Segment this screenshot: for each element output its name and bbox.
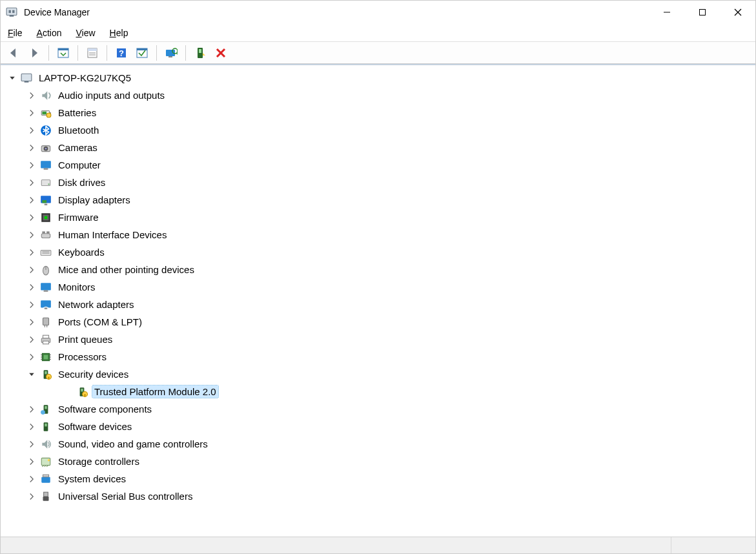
- tree-category-row[interactable]: Bluetooth: [3, 121, 753, 139]
- tree-category-row[interactable]: Computer: [3, 156, 753, 174]
- tree-category-label[interactable]: Monitors: [56, 281, 97, 293]
- expand-icon[interactable]: [26, 352, 37, 362]
- tree-category-label[interactable]: Batteries: [56, 107, 98, 119]
- toolbar-showhide-button[interactable]: [54, 44, 72, 62]
- menu-view[interactable]: View: [74, 26, 97, 40]
- tree-category-row[interactable]: Sound, video and game controllers: [3, 435, 753, 453]
- menu-action[interactable]: Action: [35, 26, 64, 40]
- tree-category-label[interactable]: Bluetooth: [56, 124, 101, 136]
- expand-icon[interactable]: [26, 334, 37, 345]
- tree-root-row[interactable]: LAPTOP-KG2U7KQ5: [3, 69, 753, 87]
- tree-category-row[interactable]: Ports (COM & LPT): [3, 313, 753, 331]
- tree-category-label[interactable]: Display adapters: [56, 194, 132, 206]
- collapse-icon[interactable]: [7, 73, 17, 83]
- collapse-icon[interactable]: [26, 369, 37, 380]
- tree-category-row[interactable]: Processors: [3, 348, 753, 365]
- toolbar-back-button[interactable]: [5, 44, 23, 62]
- hid-icon: [39, 229, 52, 241]
- svg-line-21: [176, 53, 178, 54]
- tree-category-label[interactable]: Ports (COM & LPT): [56, 316, 144, 328]
- tree-category-row[interactable]: Print queues: [3, 331, 753, 348]
- expand-icon[interactable]: [26, 160, 37, 170]
- tree-device-row[interactable]: Trusted Platform Module 2.0: [3, 383, 753, 400]
- tree-category-label[interactable]: Network adapters: [56, 298, 136, 311]
- tree-category-row[interactable]: Monitors: [3, 278, 753, 296]
- tree-category-row[interactable]: Firmware: [3, 209, 753, 226]
- tree-category-row[interactable]: Display adapters: [3, 191, 753, 209]
- tree-category-label[interactable]: Disk drives: [56, 176, 107, 189]
- tree-category-row[interactable]: Security devices: [3, 365, 753, 383]
- toolbar-scan-button[interactable]: [162, 44, 180, 62]
- tree-category-row[interactable]: Software components: [3, 400, 753, 418]
- tree-category-row[interactable]: System devices: [3, 470, 753, 487]
- tree-category-label[interactable]: Audio inputs and outputs: [56, 89, 167, 101]
- tree-category-label[interactable]: Sound, video and game controllers: [56, 438, 210, 450]
- expand-icon[interactable]: [26, 422, 37, 432]
- toolbar-uninstall-button[interactable]: [212, 44, 230, 62]
- tree-category-label[interactable]: Human Interface Devices: [56, 229, 169, 241]
- titlebar: Device Manager: [1, 1, 755, 24]
- tree-category-row[interactable]: Audio inputs and outputs: [3, 87, 753, 104]
- tree-category-row[interactable]: Cameras: [3, 139, 753, 156]
- tree-category-row[interactable]: Storage controllers: [3, 453, 753, 470]
- expand-icon[interactable]: [26, 439, 37, 449]
- tree-category-label[interactable]: Computer: [56, 159, 103, 171]
- tree-category-label[interactable]: Processors: [56, 351, 108, 363]
- expand-icon[interactable]: [26, 300, 37, 310]
- expand-icon[interactable]: [26, 491, 37, 502]
- device-tree[interactable]: LAPTOP-KG2U7KQ5 Audio inputs and outputs…: [1, 64, 755, 537]
- expand-icon[interactable]: [26, 178, 37, 188]
- tree-category-row[interactable]: Mice and other pointing devices: [3, 261, 753, 278]
- toolbar-update-button[interactable]: [133, 44, 151, 62]
- maximize-button[interactable]: [684, 1, 720, 24]
- tree-category-row[interactable]: Universal Serial Bus controllers: [3, 487, 753, 505]
- toolbar-add-driver-button[interactable]: [191, 44, 209, 62]
- tree-category-row[interactable]: Disk drives: [3, 174, 753, 191]
- minimize-button[interactable]: [649, 1, 684, 24]
- expand-icon[interactable]: [26, 212, 37, 223]
- tree-device-label[interactable]: Trusted Platform Module 2.0: [92, 385, 218, 398]
- tree-category-label[interactable]: Software components: [56, 403, 154, 415]
- expand-icon[interactable]: [26, 457, 37, 467]
- expand-icon[interactable]: [26, 317, 37, 327]
- tree-category-label[interactable]: Print queues: [56, 333, 114, 345]
- tree-category-label[interactable]: Cameras: [56, 141, 99, 154]
- expand-icon[interactable]: [26, 404, 37, 415]
- bluetooth-icon: [39, 124, 52, 137]
- expand-icon[interactable]: [26, 143, 37, 153]
- port-icon: [39, 316, 52, 329]
- tree-category-row[interactable]: Human Interface Devices: [3, 226, 753, 243]
- toolbar-forward-button[interactable]: [25, 44, 43, 62]
- tree-category-label[interactable]: Storage controllers: [56, 455, 141, 467]
- menu-file[interactable]: File: [6, 26, 25, 40]
- tree-category-label[interactable]: Universal Serial Bus controllers: [56, 490, 194, 502]
- tree-category-label[interactable]: System devices: [56, 473, 128, 485]
- tree-category-row[interactable]: Network adapters: [3, 296, 753, 313]
- expand-icon[interactable]: [26, 247, 37, 258]
- expand-icon[interactable]: [26, 108, 37, 118]
- window-title: Device Manager: [24, 7, 90, 17]
- toolbar-help-button[interactable]: ?: [112, 44, 130, 62]
- tree-category-label[interactable]: Firmware: [56, 211, 101, 223]
- tree-category-row[interactable]: Batteries: [3, 104, 753, 121]
- tree-category-label[interactable]: Security devices: [56, 368, 130, 380]
- expand-icon[interactable]: [26, 125, 37, 136]
- expand-icon[interactable]: [26, 195, 37, 205]
- menu-help[interactable]: Help: [108, 26, 130, 40]
- expand-icon[interactable]: [26, 90, 37, 101]
- expand-icon[interactable]: [26, 265, 37, 275]
- toolbar-properties-button[interactable]: [83, 44, 101, 62]
- system-icon: [39, 473, 52, 486]
- close-button[interactable]: [720, 1, 755, 24]
- tree-category-row[interactable]: Keyboards: [3, 243, 753, 261]
- tree-root-label[interactable]: LAPTOP-KG2U7KQ5: [37, 72, 133, 84]
- expand-icon[interactable]: [26, 230, 37, 240]
- tree-category-label[interactable]: Software devices: [56, 420, 134, 433]
- svg-rect-17: [137, 48, 147, 50]
- tree-category-row[interactable]: Software devices: [3, 418, 753, 435]
- expand-icon[interactable]: [26, 474, 37, 484]
- tree-category-label[interactable]: Mice and other pointing devices: [56, 263, 196, 276]
- tree-category-label[interactable]: Keyboards: [56, 246, 107, 258]
- expand-icon[interactable]: [26, 282, 37, 292]
- svg-text:?: ?: [119, 48, 124, 58]
